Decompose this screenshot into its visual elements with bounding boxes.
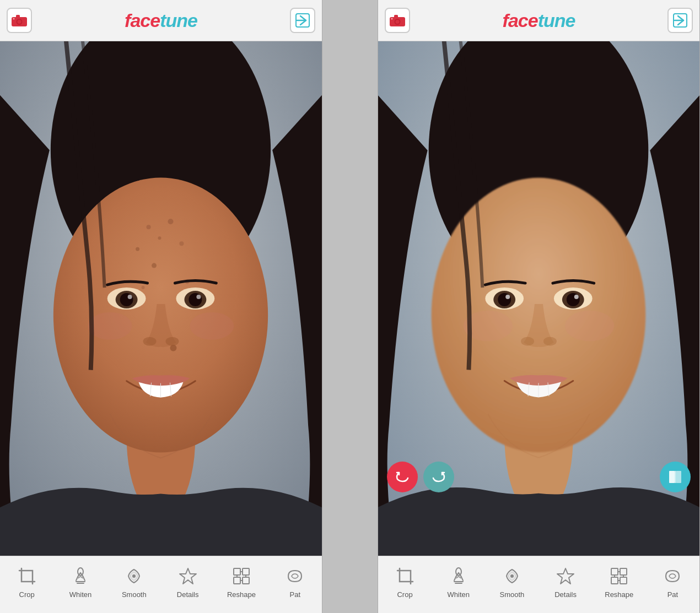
share-button-left[interactable] bbox=[290, 8, 315, 33]
svg-rect-38 bbox=[243, 568, 249, 575]
whiten-icon-left bbox=[68, 564, 93, 588]
reshape-label-left: Reshape bbox=[227, 590, 256, 599]
svg-point-27 bbox=[196, 295, 201, 299]
svg-point-49 bbox=[391, 18, 393, 20]
smooth-icon-left bbox=[122, 564, 146, 588]
tool-crop-left[interactable]: Crop bbox=[0, 562, 53, 599]
tool-crop-right[interactable]: Crop bbox=[378, 562, 432, 599]
svg-point-73 bbox=[456, 568, 461, 576]
tool-reshape-right[interactable]: Reshape bbox=[593, 562, 646, 599]
details-label-left: Details bbox=[177, 590, 199, 599]
svg-marker-75 bbox=[557, 568, 574, 584]
svg-point-35 bbox=[132, 574, 136, 578]
svg-point-26 bbox=[189, 293, 202, 306]
smooth-icon-right bbox=[500, 564, 524, 588]
tool-smooth-left[interactable]: Smooth bbox=[107, 562, 161, 599]
panel-divider bbox=[322, 0, 378, 613]
right-header: facetune bbox=[378, 0, 699, 41]
smooth-label-right: Smooth bbox=[500, 590, 525, 599]
svg-point-4 bbox=[13, 18, 15, 20]
svg-point-13 bbox=[179, 241, 184, 246]
share-icon-left bbox=[295, 13, 310, 28]
undo-icon bbox=[395, 469, 410, 485]
details-label-right: Details bbox=[554, 590, 577, 599]
svg-point-65 bbox=[543, 337, 557, 346]
svg-point-74 bbox=[510, 574, 514, 578]
svg-rect-48 bbox=[394, 15, 398, 18]
tool-smooth-right[interactable]: Smooth bbox=[485, 562, 539, 599]
svg-point-62 bbox=[567, 293, 580, 306]
svg-rect-70 bbox=[676, 471, 681, 483]
camera-button-right[interactable] bbox=[385, 8, 410, 33]
svg-point-14 bbox=[152, 263, 157, 268]
svg-point-23 bbox=[128, 295, 132, 299]
camera-button-left[interactable] bbox=[7, 8, 32, 33]
svg-point-9 bbox=[147, 225, 151, 229]
svg-point-12 bbox=[136, 247, 139, 251]
svg-rect-3 bbox=[16, 15, 20, 18]
before-face-illustration bbox=[0, 41, 322, 556]
details-icon-left bbox=[176, 564, 200, 588]
reshape-icon-right bbox=[607, 564, 631, 588]
whiten-label-left: Whiten bbox=[69, 590, 91, 599]
tool-details-right[interactable]: Details bbox=[539, 562, 593, 599]
tool-reshape-left[interactable]: Reshape bbox=[214, 562, 268, 599]
share-icon-right bbox=[672, 13, 688, 28]
whiten-icon-right bbox=[446, 564, 471, 588]
redo-button[interactable] bbox=[423, 462, 454, 492]
svg-rect-37 bbox=[234, 568, 240, 575]
smooth-label-left: Smooth bbox=[122, 590, 147, 599]
compare-icon bbox=[667, 469, 683, 485]
svg-point-16 bbox=[142, 286, 145, 289]
crop-icon-left bbox=[15, 564, 39, 588]
patch-label-right: Pat bbox=[667, 590, 679, 599]
patch-icon-right bbox=[660, 564, 685, 588]
whiten-label-right: Whiten bbox=[448, 590, 470, 599]
redo-icon bbox=[431, 469, 446, 485]
svg-marker-36 bbox=[180, 568, 196, 584]
svg-point-55 bbox=[565, 311, 615, 341]
svg-rect-79 bbox=[620, 577, 627, 584]
details-icon-right bbox=[553, 564, 578, 588]
reshape-label-right: Reshape bbox=[605, 590, 633, 599]
svg-rect-76 bbox=[611, 568, 618, 575]
reshape-icon-left bbox=[229, 564, 254, 588]
svg-rect-69 bbox=[669, 471, 675, 483]
tool-whiten-right[interactable]: Whiten bbox=[432, 562, 485, 599]
svg-point-11 bbox=[168, 219, 173, 224]
svg-rect-39 bbox=[234, 577, 240, 584]
svg-point-28 bbox=[143, 337, 157, 346]
svg-rect-33 bbox=[21, 571, 33, 582]
tool-whiten-left[interactable]: Whiten bbox=[53, 562, 107, 599]
app-logo-left: facetune bbox=[125, 10, 197, 31]
svg-point-19 bbox=[190, 312, 234, 340]
svg-point-58 bbox=[498, 293, 511, 306]
crop-icon-right bbox=[393, 564, 417, 588]
svg-point-63 bbox=[574, 295, 579, 299]
tool-patch-left[interactable]: Pat bbox=[268, 562, 322, 599]
tool-details-left[interactable]: Details bbox=[161, 562, 214, 599]
undo-button[interactable] bbox=[387, 462, 418, 492]
right-toolbar: Crop Whiten bbox=[378, 556, 699, 613]
tool-patch-right[interactable]: Pat bbox=[646, 562, 699, 599]
svg-rect-40 bbox=[243, 577, 249, 584]
camera-icon-right bbox=[390, 14, 405, 26]
patch-icon-left bbox=[283, 564, 307, 588]
app-logo-right: facetune bbox=[503, 10, 575, 31]
svg-point-59 bbox=[505, 295, 510, 299]
patch-label-left: Pat bbox=[290, 590, 301, 599]
crop-label-left: Crop bbox=[19, 590, 35, 599]
action-buttons bbox=[378, 462, 699, 492]
left-toolbar: Crop Whiten bbox=[0, 556, 322, 613]
compare-button[interactable] bbox=[660, 462, 691, 492]
svg-point-2 bbox=[18, 20, 21, 24]
left-header: facetune bbox=[0, 0, 322, 41]
crop-label-right: Crop bbox=[397, 590, 412, 599]
svg-point-22 bbox=[120, 293, 133, 306]
svg-rect-72 bbox=[400, 571, 411, 582]
share-button-right[interactable] bbox=[667, 8, 693, 33]
camera-icon-left bbox=[12, 14, 27, 26]
svg-point-34 bbox=[78, 568, 83, 576]
left-panel: facetune bbox=[0, 0, 322, 613]
svg-rect-78 bbox=[611, 577, 618, 584]
